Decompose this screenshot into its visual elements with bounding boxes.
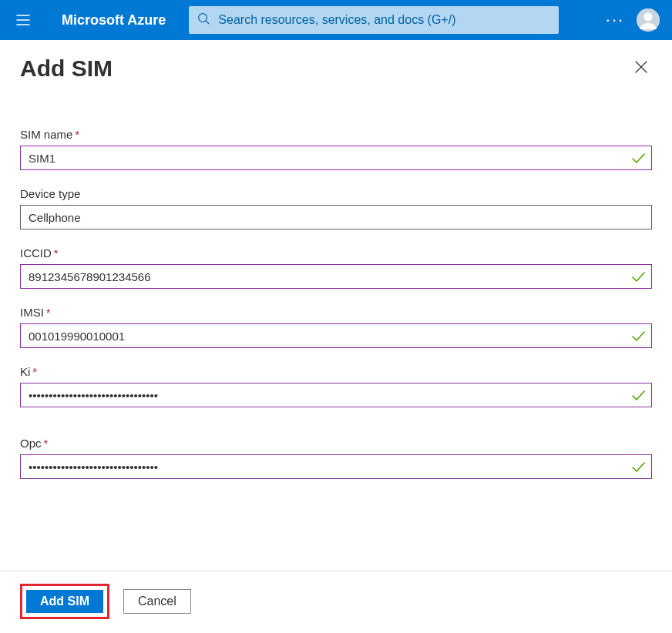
page-title: Add SIM bbox=[20, 55, 113, 82]
search-box[interactable] bbox=[189, 6, 559, 34]
field-ki: Ki* bbox=[20, 365, 652, 407]
field-opc: Opc* bbox=[20, 437, 652, 479]
iccid-input[interactable] bbox=[20, 264, 652, 289]
close-icon[interactable] bbox=[633, 59, 652, 78]
field-imsi: IMSI* bbox=[20, 306, 652, 348]
page-content: Add SIM SIM name* Device type ICCID* IMS… bbox=[0, 40, 672, 479]
device-type-label: Device type bbox=[20, 187, 652, 200]
brand-label: Microsoft Azure bbox=[62, 12, 166, 28]
check-icon bbox=[630, 387, 646, 403]
imsi-input[interactable] bbox=[20, 323, 652, 348]
cancel-button[interactable]: Cancel bbox=[123, 589, 191, 614]
field-iccid: ICCID* bbox=[20, 246, 652, 289]
check-icon bbox=[630, 328, 646, 343]
check-icon bbox=[630, 459, 646, 474]
search-icon bbox=[197, 12, 210, 28]
imsi-label: IMSI* bbox=[20, 306, 652, 319]
field-device-type: Device type bbox=[20, 187, 652, 229]
hamburger-menu-icon[interactable] bbox=[8, 5, 39, 35]
sim-name-label: SIM name* bbox=[20, 128, 652, 141]
opc-input[interactable] bbox=[20, 454, 652, 479]
ki-label: Ki* bbox=[20, 365, 652, 378]
top-bar: Microsoft Azure ··· bbox=[0, 0, 672, 40]
iccid-label: ICCID* bbox=[20, 246, 652, 260]
device-type-input[interactable] bbox=[20, 205, 652, 229]
ki-input[interactable] bbox=[20, 383, 652, 407]
highlight-box: Add SIM bbox=[20, 584, 109, 619]
check-icon bbox=[630, 269, 646, 284]
search-input[interactable] bbox=[218, 13, 551, 27]
more-icon[interactable]: ··· bbox=[600, 5, 630, 35]
sim-name-input[interactable] bbox=[20, 146, 652, 170]
footer-bar: Add SIM Cancel bbox=[0, 571, 672, 633]
avatar[interactable] bbox=[637, 8, 660, 32]
add-sim-button[interactable]: Add SIM bbox=[26, 590, 103, 613]
svg-point-2 bbox=[644, 13, 653, 22]
opc-label: Opc* bbox=[20, 437, 652, 450]
field-sim-name: SIM name* bbox=[20, 128, 652, 170]
check-icon bbox=[630, 150, 646, 166]
